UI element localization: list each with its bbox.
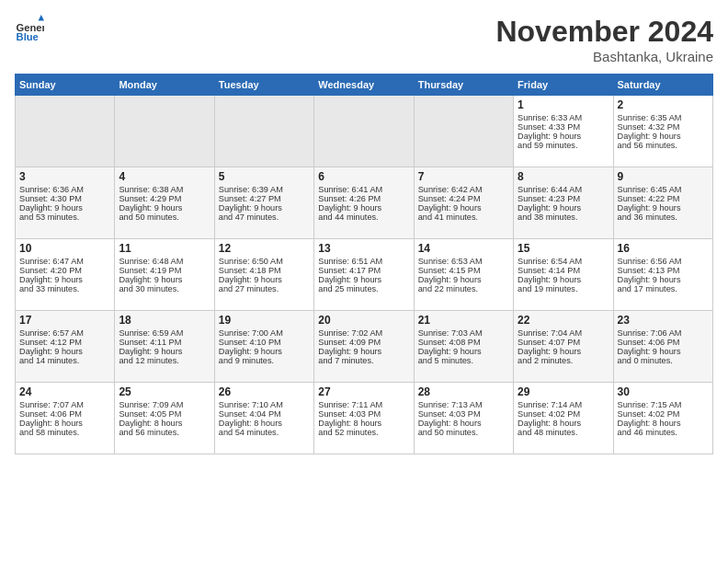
cell-w2-d2: 12Sunrise: 6:50 AMSunset: 4:18 PMDayligh…	[214, 239, 313, 311]
title-block: November 2024 Bashtanka, Ukraine	[495, 15, 713, 64]
day-number: 10	[19, 242, 110, 255]
cell-w2-d3: 13Sunrise: 6:51 AMSunset: 4:17 PMDayligh…	[314, 239, 414, 311]
day-info: Sunrise: 6:41 AM	[318, 185, 409, 194]
day-info: and 53 minutes.	[19, 213, 110, 222]
day-info: and 50 minutes.	[418, 428, 509, 437]
day-info: Daylight: 9 hours	[518, 203, 609, 213]
day-info: and 38 minutes.	[518, 213, 609, 222]
day-info: Daylight: 8 hours	[119, 419, 210, 428]
day-info: and 44 minutes.	[318, 213, 409, 222]
day-number: 21	[418, 314, 509, 327]
day-info: Sunset: 4:17 PM	[318, 266, 409, 275]
col-wednesday: Wednesday	[314, 75, 414, 96]
cell-w0-d1	[115, 96, 214, 167]
day-info: Sunset: 4:18 PM	[219, 266, 310, 275]
day-info: Sunset: 4:29 PM	[119, 194, 210, 203]
day-info: Sunrise: 7:04 AM	[518, 328, 609, 338]
week-row-2: 10Sunrise: 6:47 AMSunset: 4:20 PMDayligh…	[16, 239, 713, 311]
day-info: Daylight: 9 hours	[418, 275, 509, 284]
day-info: Sunrise: 6:51 AM	[318, 257, 409, 266]
cell-w0-d4	[414, 96, 513, 167]
day-info: Sunrise: 6:53 AM	[418, 257, 509, 266]
cell-w4-d3: 27Sunrise: 7:11 AMSunset: 4:03 PMDayligh…	[314, 383, 414, 454]
cell-w4-d0: 24Sunrise: 7:07 AMSunset: 4:06 PMDayligh…	[16, 383, 115, 454]
cell-w0-d2	[214, 96, 313, 167]
day-number: 29	[518, 385, 609, 398]
day-info: Daylight: 8 hours	[219, 419, 310, 428]
day-info: Sunrise: 7:06 AM	[618, 328, 709, 338]
day-info: and 22 minutes.	[418, 284, 509, 293]
day-info: Daylight: 9 hours	[119, 347, 210, 356]
day-info: and 5 minutes.	[418, 356, 509, 365]
day-info: Sunrise: 7:13 AM	[418, 400, 509, 409]
cell-w1-d1: 4Sunrise: 6:38 AMSunset: 4:29 PMDaylight…	[115, 167, 214, 239]
cell-w2-d5: 15Sunrise: 6:54 AMSunset: 4:14 PMDayligh…	[514, 239, 613, 311]
day-info: and 47 minutes.	[219, 213, 310, 222]
day-info: Sunset: 4:32 PM	[618, 122, 709, 132]
cell-w2-d0: 10Sunrise: 6:47 AMSunset: 4:20 PMDayligh…	[16, 239, 115, 311]
day-info: Sunset: 4:08 PM	[418, 338, 509, 347]
day-number: 7	[418, 170, 509, 183]
col-tuesday: Tuesday	[214, 75, 313, 96]
day-number: 3	[19, 170, 110, 183]
cell-w1-d0: 3Sunrise: 6:36 AMSunset: 4:30 PMDaylight…	[16, 167, 115, 239]
week-row-0: 1Sunrise: 6:33 AMSunset: 4:33 PMDaylight…	[16, 96, 713, 167]
day-info: Sunrise: 7:10 AM	[219, 400, 310, 409]
day-info: Sunset: 4:10 PM	[219, 338, 310, 347]
day-info: and 19 minutes.	[518, 284, 609, 293]
day-info: Sunset: 4:02 PM	[518, 409, 609, 419]
day-info: and 59 minutes.	[518, 141, 609, 150]
col-friday: Friday	[514, 75, 613, 96]
day-info: Sunrise: 7:14 AM	[518, 400, 609, 409]
day-number: 9	[618, 170, 709, 183]
day-number: 16	[618, 242, 709, 255]
day-info: Sunrise: 6:45 AM	[618, 185, 709, 194]
day-number: 5	[219, 170, 310, 183]
day-info: Sunrise: 6:33 AM	[518, 113, 609, 122]
day-info: Sunset: 4:23 PM	[518, 194, 609, 203]
day-number: 30	[618, 385, 709, 398]
day-info: Sunrise: 6:48 AM	[119, 257, 210, 266]
cell-w3-d6: 23Sunrise: 7:06 AMSunset: 4:06 PMDayligh…	[613, 311, 712, 383]
day-number: 15	[518, 242, 609, 255]
cell-w3-d3: 20Sunrise: 7:02 AMSunset: 4:09 PMDayligh…	[314, 311, 414, 383]
day-info: Daylight: 9 hours	[618, 203, 709, 213]
day-number: 18	[119, 314, 210, 327]
month-title: November 2024	[495, 15, 713, 49]
day-info: Daylight: 9 hours	[618, 132, 709, 141]
day-info: Sunset: 4:03 PM	[318, 409, 409, 419]
header: General Blue November 2024 Bashtanka, Uk…	[15, 15, 713, 64]
day-info: Sunset: 4:09 PM	[318, 338, 409, 347]
day-number: 8	[518, 170, 609, 183]
cell-w4-d2: 26Sunrise: 7:10 AMSunset: 4:04 PMDayligh…	[214, 383, 313, 454]
cell-w0-d5: 1Sunrise: 6:33 AMSunset: 4:33 PMDaylight…	[514, 96, 613, 167]
day-number: 27	[318, 385, 409, 398]
day-info: Sunrise: 7:07 AM	[19, 400, 110, 409]
day-info: and 0 minutes.	[618, 356, 709, 365]
cell-w3-d2: 19Sunrise: 7:00 AMSunset: 4:10 PMDayligh…	[214, 311, 313, 383]
day-info: and 50 minutes.	[119, 213, 210, 222]
page: General Blue November 2024 Bashtanka, Uk…	[0, 0, 728, 563]
cell-w4-d5: 29Sunrise: 7:14 AMSunset: 4:02 PMDayligh…	[514, 383, 613, 454]
cell-w3-d1: 18Sunrise: 6:59 AMSunset: 4:11 PMDayligh…	[115, 311, 214, 383]
day-info: Sunrise: 6:44 AM	[518, 185, 609, 194]
day-info: Daylight: 9 hours	[19, 203, 110, 213]
day-info: Sunset: 4:27 PM	[219, 194, 310, 203]
day-number: 6	[318, 170, 409, 183]
day-info: Sunset: 4:12 PM	[19, 338, 110, 347]
day-info: Sunrise: 6:36 AM	[19, 185, 110, 194]
day-info: Daylight: 9 hours	[618, 275, 709, 284]
cell-w1-d4: 7Sunrise: 6:42 AMSunset: 4:24 PMDaylight…	[414, 167, 513, 239]
day-info: Daylight: 8 hours	[418, 419, 509, 428]
svg-text:Blue: Blue	[17, 31, 39, 42]
week-row-4: 24Sunrise: 7:07 AMSunset: 4:06 PMDayligh…	[16, 383, 713, 454]
day-info: and 36 minutes.	[618, 213, 709, 222]
day-info: Sunrise: 7:02 AM	[318, 328, 409, 338]
logo-icon: General Blue	[15, 15, 44, 44]
day-info: and 33 minutes.	[19, 284, 110, 293]
cell-w3-d5: 22Sunrise: 7:04 AMSunset: 4:07 PMDayligh…	[514, 311, 613, 383]
cell-w4-d6: 30Sunrise: 7:15 AMSunset: 4:02 PMDayligh…	[613, 383, 712, 454]
day-info: Daylight: 9 hours	[219, 275, 310, 284]
day-info: Sunrise: 6:39 AM	[219, 185, 310, 194]
cell-w1-d3: 6Sunrise: 6:41 AMSunset: 4:26 PMDaylight…	[314, 167, 414, 239]
